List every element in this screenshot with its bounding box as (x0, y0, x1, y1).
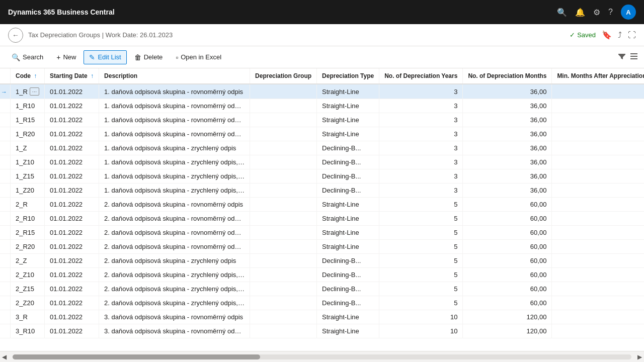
excel-icon: ▫ (176, 53, 178, 61)
row-arrow (0, 282, 11, 296)
cell-description: 1. daňová odpisová skupina - rovnoměrný … (99, 99, 250, 113)
table-row[interactable]: 1_R1501.01.20221. daňová odpisová skupin… (0, 113, 644, 127)
scroll-thumb[interactable] (13, 354, 260, 359)
help-icon[interactable]: ? (608, 8, 613, 17)
cell-description: 1. daňová odpisová skupina - zrychlený o… (99, 184, 250, 198)
cell-starting-date: 01.01.2022 (45, 198, 99, 212)
cell-code: 2_R10 (11, 212, 45, 226)
cell-dep-years: 3 (379, 127, 463, 141)
toolbar-left: 🔍 Search + New ✎ Edit List 🗑 Delete ▫ Op… (6, 50, 227, 64)
cell-starting-date: 01.01.2022 (45, 99, 99, 113)
table-row[interactable]: 3_R1001.01.20223. daňová odpisová skupin… (0, 324, 644, 338)
cell-min-months (552, 141, 644, 155)
cell-starting-date: 01.01.2022 (45, 141, 99, 155)
code-value: 1_Z10 (16, 158, 34, 166)
new-button[interactable]: + New (51, 50, 82, 64)
column-header-min-months[interactable]: Min. Months After Appreciation (552, 68, 644, 84)
cell-code: 1_Z20 (11, 184, 45, 198)
bell-icon[interactable]: 🔔 (575, 8, 585, 17)
saved-indicator: ✓ Saved (570, 31, 596, 39)
row-arrow (0, 141, 11, 155)
cell-min-months (552, 113, 644, 127)
row-arrow (0, 240, 11, 254)
cell-code: 2_R20 (11, 240, 45, 254)
table-row[interactable]: 2_R1501.01.20222. daňová odpisová skupin… (0, 226, 644, 240)
cell-dep-years: 5 (379, 198, 463, 212)
code-value: 3_R (16, 313, 28, 321)
cell-code: 1_R15 (11, 113, 45, 127)
scroll-right-button[interactable]: ▶ (635, 353, 644, 360)
breadcrumb-right: ✓ Saved 🔖 ⤴ ⛶ (570, 30, 636, 40)
cell-dep-months: 36,00 (463, 169, 552, 184)
table-row[interactable]: 1_Z01.01.20221. daňová odpisová skupina … (0, 141, 644, 155)
table-row[interactable]: 2_Z1001.01.20222. daňová odpisová skupin… (0, 268, 644, 282)
settings-icon[interactable]: ⚙ (593, 8, 600, 17)
sort-asc-icon-date: ↑ (91, 72, 94, 79)
column-header-dep-type[interactable]: Depreciation Type (317, 68, 379, 84)
cell-starting-date: 01.01.2022 (45, 296, 99, 310)
cell-dep-type: Straight-Line (317, 127, 379, 141)
table-row[interactable]: 2_Z2001.01.20222. daňová odpisová skupin… (0, 296, 644, 310)
search-icon[interactable]: 🔍 (557, 8, 567, 17)
table-row[interactable]: 3_R01.01.20223. daňová odpisová skupina … (0, 310, 644, 324)
cell-dep-type: Declining-B... (317, 296, 379, 310)
open-new-window-button[interactable]: ⤴ (618, 31, 622, 40)
cell-dep-type: Declining-B... (317, 155, 379, 169)
cell-dep-months: 60,00 (463, 226, 552, 240)
cell-dep-years: 5 (379, 296, 463, 310)
avatar[interactable]: A (621, 5, 636, 20)
table-row[interactable]: 2_Z01.01.20222. daňová odpisová skupina … (0, 254, 644, 268)
edit-list-button[interactable]: ✎ Edit List (84, 50, 126, 64)
column-header-dep-years[interactable]: No. of Depreciation Years (379, 68, 463, 84)
cell-code: 1_Z (11, 141, 45, 155)
cell-dep-type: Straight-Line (317, 310, 379, 324)
cell-code: 2_Z15 (11, 282, 45, 296)
table-row[interactable]: 1_Z2001.01.20221. daňová odpisová skupin… (0, 184, 644, 198)
row-context-menu-button[interactable]: ··· (30, 87, 39, 96)
column-header-code[interactable]: Code ↑ (11, 68, 45, 84)
cell-starting-date: 01.01.2022 (45, 240, 99, 254)
column-header-dep-group[interactable]: Depreciation Group (250, 68, 317, 84)
fullscreen-button[interactable]: ⛶ (628, 31, 636, 40)
table-row[interactable]: 2_R1001.01.20222. daňová odpisová skupin… (0, 212, 644, 226)
cell-dep-months: 60,00 (463, 198, 552, 212)
code-value: 2_R (16, 201, 28, 208)
scroll-track[interactable] (13, 354, 631, 359)
code-value: 2_Z (16, 257, 27, 264)
column-header-description[interactable]: Description (99, 68, 250, 84)
cell-dep-group (250, 198, 317, 212)
breadcrumb: Tax Depreciation Groups | Work Date: 26.… (28, 31, 173, 39)
table-row[interactable]: 2_R01.01.20222. daňová odpisová skupina … (0, 198, 644, 212)
column-header-starting-date[interactable]: Starting Date ↑ (45, 68, 99, 84)
view-options-button[interactable] (630, 52, 638, 62)
filter-button[interactable] (618, 52, 626, 62)
open-in-excel-button[interactable]: ▫ Open in Excel (170, 50, 227, 64)
table-row[interactable]: 2_R2001.01.20222. daňová odpisová skupin… (0, 240, 644, 254)
cell-min-months (552, 226, 644, 240)
cell-description: 2. daňová odpisová skupina - zrychlený o… (99, 254, 250, 268)
checkmark-icon: ✓ (570, 31, 575, 39)
cell-dep-years: 10 (379, 324, 463, 338)
scroll-left-button[interactable]: ◀ (0, 353, 9, 360)
delete-button[interactable]: 🗑 Delete (129, 50, 169, 64)
table-row[interactable]: 2_Z1501.01.20222. daňová odpisová skupin… (0, 282, 644, 296)
toolbar-right (618, 52, 638, 62)
table-row[interactable]: 1_R1001.01.20221. daňová odpisová skupin… (0, 99, 644, 113)
table-row[interactable]: 1_R2001.01.20221. daňová odpisová skupin… (0, 127, 644, 141)
cell-dep-group (250, 184, 317, 198)
column-header-dep-months[interactable]: No. of Depreciation Months (463, 68, 552, 84)
cell-dep-years: 10 (379, 310, 463, 324)
table-row[interactable]: 1_Z1501.01.20221. daňová odpisová skupin… (0, 169, 644, 184)
table-row[interactable]: 1_Z1001.01.20221. daňová odpisová skupin… (0, 155, 644, 169)
search-button[interactable]: 🔍 Search (6, 50, 49, 64)
cell-dep-group (250, 212, 317, 226)
row-arrow (0, 226, 11, 240)
back-button[interactable]: ← (8, 28, 23, 43)
cell-description: 1. daňová odpisová skupina - rovnoměrný … (99, 127, 250, 141)
code-value: 2_Z15 (16, 285, 34, 293)
cell-code: 1_Z10 (11, 155, 45, 169)
table-row[interactable]: →1_R···01.01.20221. daňová odpisová skup… (0, 84, 644, 99)
table-container: Code ↑ Starting Date ↑ Description Depre… (0, 68, 644, 351)
bookmark-button[interactable]: 🔖 (602, 30, 612, 40)
horizontal-scrollbar[interactable]: ◀ ▶ (0, 351, 644, 362)
